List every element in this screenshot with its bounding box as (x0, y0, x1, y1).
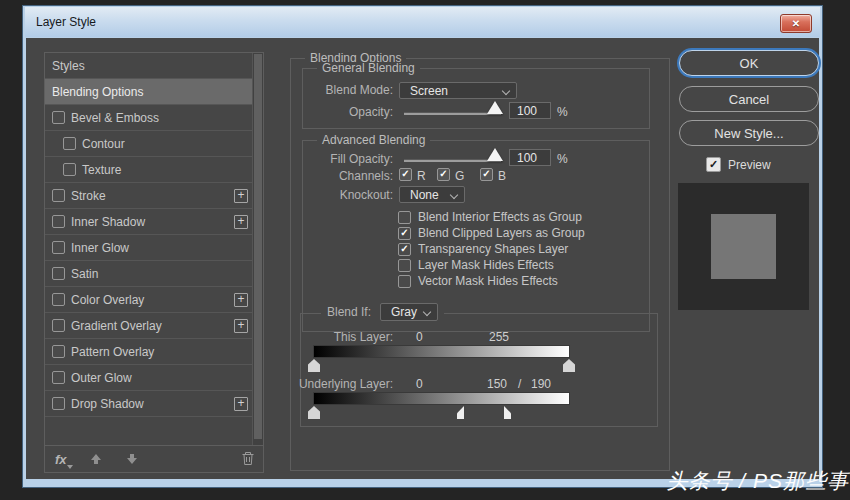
knockout-value: None (410, 188, 439, 202)
effect-checkbox[interactable] (52, 397, 65, 410)
effect-checkbox[interactable] (63, 137, 76, 150)
effect-checkbox[interactable] (52, 111, 65, 124)
opacity-slider-thumb[interactable] (487, 101, 503, 114)
option-checkbox[interactable] (398, 227, 411, 240)
close-icon: ✕ (792, 18, 800, 29)
fx-menu-button[interactable]: fx (55, 452, 67, 467)
blend-mode-value: Screen (410, 84, 448, 98)
blend-if-label: Blend If: (327, 305, 371, 319)
option-label: Vector Mask Hides Effects (418, 274, 558, 288)
sidebar-item-outer-glow[interactable]: Outer Glow (45, 365, 263, 391)
option-checkbox[interactable] (398, 275, 411, 288)
cancel-button[interactable]: Cancel (679, 86, 819, 112)
sidebar-list: StylesBlending OptionsBevel & EmbossCont… (45, 53, 263, 417)
fill-opacity-label: Fill Opacity: (276, 152, 393, 166)
sidebar-item-satin[interactable]: Satin (45, 261, 263, 287)
underlying-split-separator: / (518, 377, 521, 391)
option-label: Blend Interior Effects as Group (418, 210, 582, 224)
option-label: Transparency Shapes Layer (418, 242, 568, 256)
sidebar-item-label: Texture (82, 163, 121, 177)
sidebar-item-color-overlay[interactable]: Color Overlay+ (45, 287, 263, 313)
screenshot-root: { "window": { "title": "Layer Style", "c… (0, 0, 850, 500)
sidebar-item-gradient-overlay[interactable]: Gradient Overlay+ (45, 313, 263, 339)
effect-checkbox[interactable] (52, 293, 65, 306)
effect-checkbox[interactable] (52, 241, 65, 254)
close-button[interactable]: ✕ (780, 14, 812, 33)
fill-opacity-input[interactable]: 100 (509, 149, 551, 166)
titlebar[interactable]: Layer Style ✕ (25, 7, 820, 37)
channel-r-checkbox[interactable] (399, 168, 412, 181)
option-checkbox[interactable] (398, 211, 411, 224)
underlying-layer-label: Underlying Layer: (266, 377, 393, 391)
sidebar-footer: fx (45, 445, 263, 472)
preview-thumbnail-layer (711, 214, 776, 279)
option-transparency-shapes-layer[interactable]: Transparency Shapes Layer (398, 242, 568, 256)
effect-checkbox[interactable] (63, 163, 76, 176)
styles-sidebar: StylesBlending OptionsBevel & EmbossCont… (44, 52, 264, 473)
this-layer-thumbs (314, 359, 569, 372)
arrow-up-icon (89, 452, 103, 466)
chevron-down-icon (450, 191, 458, 199)
chevron-down-icon (502, 87, 510, 95)
add-effect-instance-button[interactable]: + (234, 215, 248, 229)
option-blend-interior-effects-as-group[interactable]: Blend Interior Effects as Group (398, 210, 582, 224)
sidebar-item-drop-shadow[interactable]: Drop Shadow+ (45, 391, 263, 417)
this-layer-gradient-bar[interactable] (314, 346, 569, 357)
effect-checkbox[interactable] (52, 319, 65, 332)
dialog-body: StylesBlending OptionsBevel & EmbossCont… (26, 38, 819, 479)
add-effect-instance-button[interactable]: + (234, 319, 248, 333)
opacity-input[interactable]: 100 (509, 102, 551, 119)
blend-if-legend: Blend If: Gray (321, 303, 444, 321)
channel-g-checkbox[interactable] (437, 168, 450, 181)
knockout-select[interactable]: None (399, 186, 465, 203)
effect-checkbox[interactable] (52, 345, 65, 358)
option-blend-clipped-layers-as-group[interactable]: Blend Clipped Layers as Group (398, 226, 585, 240)
effect-checkbox[interactable] (52, 267, 65, 280)
blend-if-channel-value: Gray (391, 305, 417, 319)
fill-opacity-slider-thumb[interactable] (487, 148, 503, 161)
sidebar-item-label: Pattern Overlay (71, 345, 154, 359)
sidebar-item-label: Satin (71, 267, 98, 281)
blend-mode-select[interactable]: Screen (399, 82, 517, 99)
move-up-button[interactable] (89, 452, 103, 466)
effect-checkbox[interactable] (52, 189, 65, 202)
channel-g-label: G (455, 169, 464, 183)
option-layer-mask-hides-effects[interactable]: Layer Mask Hides Effects (398, 258, 554, 272)
scrollbar-thumb[interactable] (254, 54, 262, 439)
delete-effect-button[interactable] (241, 451, 255, 470)
blend-mode-label: Blend Mode: (276, 83, 393, 97)
option-vector-mask-hides-effects[interactable]: Vector Mask Hides Effects (398, 274, 558, 288)
sidebar-item-label: Color Overlay (71, 293, 144, 307)
option-checkbox[interactable] (398, 259, 411, 272)
channel-b-label: B (498, 169, 506, 183)
underlying-white-split-low-thumb[interactable] (457, 406, 464, 419)
channel-b-checkbox[interactable] (480, 168, 493, 181)
sidebar-item-inner-shadow[interactable]: Inner Shadow+ (45, 209, 263, 235)
ok-button[interactable]: OK (679, 50, 819, 76)
add-effect-instance-button[interactable]: + (234, 189, 248, 203)
sidebar-item-bevel-emboss[interactable]: Bevel & Emboss (45, 105, 263, 131)
channels-label: Channels: (276, 169, 393, 183)
underlying-gradient-bar[interactable] (314, 393, 569, 404)
sidebar-item-contour[interactable]: Contour (45, 131, 263, 157)
sidebar-item-pattern-overlay[interactable]: Pattern Overlay (45, 339, 263, 365)
add-effect-instance-button[interactable]: + (234, 293, 248, 307)
option-checkbox[interactable] (398, 243, 411, 256)
sidebar-item-blending-options[interactable]: Blending Options (45, 79, 263, 105)
blend-if-channel-select[interactable]: Gray (380, 303, 438, 321)
preview-checkbox[interactable]: ✓ (706, 157, 721, 172)
sidebar-item-inner-glow[interactable]: Inner Glow (45, 235, 263, 261)
new-style-button[interactable]: New Style... (679, 120, 819, 146)
sidebar-item-texture[interactable]: Texture (45, 157, 263, 183)
sidebar-scrollbar[interactable] (252, 53, 263, 446)
add-effect-instance-button[interactable]: + (234, 397, 248, 411)
move-down-button[interactable] (125, 452, 139, 466)
this-layer-black-value: 0 (416, 330, 423, 344)
sidebar-item-styles[interactable]: Styles (45, 53, 263, 79)
effect-checkbox[interactable] (52, 371, 65, 384)
option-label: Blend Clipped Layers as Group (418, 226, 585, 240)
effect-checkbox[interactable] (52, 215, 65, 228)
underlying-white-split-high-thumb[interactable] (504, 406, 511, 419)
sidebar-item-label: Gradient Overlay (71, 319, 162, 333)
sidebar-item-stroke[interactable]: Stroke+ (45, 183, 263, 209)
